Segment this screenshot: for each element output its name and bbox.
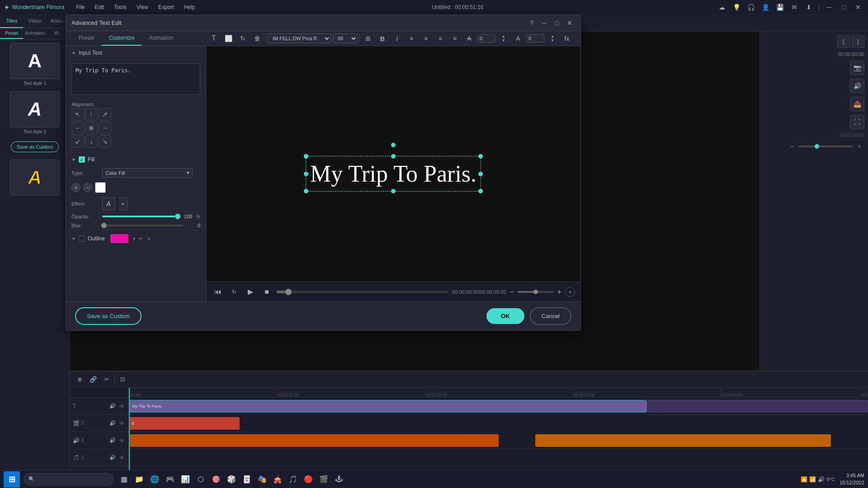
text-clip-extra[interactable] [646, 400, 868, 413]
add-track-btn[interactable]: + [565, 287, 575, 297]
effect-dropdown-btn[interactable]: ▾ [118, 197, 127, 210]
menu-edit[interactable]: Edit [90, 2, 109, 12]
save-as-custom-button-sidebar[interactable]: Save as Custom [11, 141, 59, 152]
code-open-btn[interactable]: { [837, 35, 850, 48]
progress-bar[interactable] [277, 291, 448, 293]
preview-text-container[interactable]: My Trip To Paris. [310, 160, 476, 187]
font-selector[interactable]: IM FELL DW Pica R [268, 33, 331, 43]
track1-eye-btn[interactable]: 👁 [118, 402, 126, 410]
track4-vol-btn[interactable]: 🔊 [108, 454, 117, 462]
skip-back-btn[interactable]: ⏮ [212, 286, 224, 298]
align-tc-btn[interactable]: ↑ [85, 108, 98, 121]
save-icon[interactable]: 💾 [774, 2, 786, 12]
bold-btn[interactable]: B [376, 32, 389, 45]
track3-vol-btn[interactable]: 🔊 [108, 436, 117, 445]
track1-vol-btn[interactable]: 🔊 [108, 402, 117, 410]
avatar-icon[interactable]: 👤 [759, 2, 772, 12]
blur-slider[interactable] [102, 225, 183, 226]
type-select[interactable]: Color Fill ▾ [102, 168, 193, 178]
grid-measure-btn[interactable]: ⊞ [362, 32, 374, 45]
zoom-in-icon[interactable]: + [854, 141, 864, 151]
color-swatch[interactable] [95, 182, 106, 193]
menu-help[interactable]: Help [179, 2, 200, 12]
tab-titles[interactable]: Titles [0, 14, 23, 28]
tl-scissors-btn[interactable]: ✂ [101, 374, 113, 385]
zoom-in-btn[interactable]: + [557, 288, 561, 296]
rotate-btn[interactable]: ↻ [236, 32, 249, 45]
font-size-selector[interactable]: 68 [333, 33, 358, 43]
handle-mid-right[interactable] [478, 172, 483, 176]
strikethrough-btn[interactable]: A [463, 32, 476, 45]
app11-btn[interactable]: 🎬 [317, 473, 330, 486]
app1-btn[interactable]: 🎮 [164, 473, 176, 486]
outline-header[interactable]: ▼ Outline ▾ ✏ + [66, 230, 206, 247]
align-center-btn[interactable]: ≡ [420, 32, 432, 45]
align-mr-btn[interactable]: → [99, 122, 111, 134]
tab-animation[interactable]: Animation [142, 31, 180, 46]
track2-vol-btn[interactable]: 🔊 [108, 419, 117, 427]
dialog-maximize-btn[interactable]: □ [552, 18, 562, 28]
transform-btn[interactable]: ⬜ [222, 32, 235, 45]
zoom-out-icon[interactable]: − [787, 141, 797, 151]
tray-icon-1[interactable]: 🔼 [801, 476, 807, 483]
handle-bot-right[interactable] [478, 189, 483, 193]
explorer-btn[interactable]: 📁 [133, 473, 146, 486]
dialog-close-btn[interactable]: ✕ [564, 18, 575, 28]
app6-btn[interactable]: 🃏 [241, 473, 253, 486]
cancel-button[interactable]: Cancel [530, 307, 571, 325]
screenshot-btn[interactable]: 📷 [850, 61, 864, 75]
menu-export[interactable]: Export [154, 2, 179, 12]
opacity-slider[interactable] [102, 216, 175, 217]
track3-eye-btn[interactable]: 👁 [118, 436, 126, 445]
align-bc-btn[interactable]: ↓ [85, 135, 98, 148]
sub-tab-preset[interactable]: Preset [0, 28, 23, 39]
tab-customize[interactable]: Customize [102, 31, 142, 46]
dialog-help-btn[interactable]: ? [526, 18, 537, 28]
spacing-up-btn[interactable]: ▲▼ [497, 32, 510, 45]
handle-bot-left[interactable] [304, 189, 308, 193]
audio-clip2[interactable] [535, 434, 831, 447]
headset-icon[interactable]: 🎧 [745, 2, 757, 12]
tray-network[interactable]: 📶 [809, 476, 816, 483]
handle-bot-center[interactable] [391, 189, 396, 193]
text-tool-btn[interactable]: T [208, 32, 220, 45]
app9-btn[interactable]: 🎵 [287, 473, 299, 486]
stop-btn[interactable]: ■ [260, 286, 273, 298]
app10-btn[interactable]: 🔴 [302, 473, 315, 486]
fullscreen-btn[interactable]: ⛶ [850, 115, 864, 129]
text-effects-btn[interactable]: fx [561, 32, 573, 45]
export-btn[interactable]: 📤 [850, 97, 864, 111]
zoom-track[interactable] [798, 145, 853, 147]
line-spacing-input[interactable] [526, 34, 544, 42]
text-clip-main[interactable]: My Trip To Paris. [129, 400, 646, 413]
handle-top-left[interactable] [304, 154, 308, 159]
app5-btn[interactable]: 🎲 [225, 473, 238, 486]
mail-icon[interactable]: ✉ [788, 2, 801, 12]
outline-color-swatch[interactable] [110, 234, 128, 243]
save-as-custom-button[interactable]: Save as Custom [75, 307, 142, 325]
zoom-out-btn[interactable]: − [509, 288, 514, 296]
delete-btn[interactable]: 🗑 [251, 32, 264, 45]
track4-eye-btn[interactable]: 👁 [118, 454, 126, 462]
play-btn[interactable]: ▶ [244, 286, 257, 298]
sub-tab-animation[interactable]: Animation [23, 28, 47, 39]
outline-edit-btn[interactable]: ✏ [139, 236, 142, 241]
start-button[interactable]: ⊞ [4, 471, 20, 488]
code-close-btn[interactable]: } [852, 35, 864, 48]
italic-btn[interactable]: I [391, 32, 403, 45]
effect-a-btn[interactable]: A [102, 197, 115, 210]
align-tl-btn[interactable]: ↖ [71, 108, 84, 121]
app7-btn[interactable]: 🎭 [256, 473, 269, 486]
dialog-minimize-btn[interactable]: ─ [539, 18, 550, 28]
align-right-btn[interactable]: ≡ [434, 32, 447, 45]
audio-clip[interactable] [129, 434, 499, 447]
align-left-btn[interactable]: ≡ [405, 32, 418, 45]
app4-btn[interactable]: 🎯 [210, 473, 222, 486]
app12-btn[interactable]: 🕹 [333, 473, 345, 486]
download-icon[interactable]: ⬇ [802, 2, 815, 12]
line-spacing-btn[interactable]: ▲▼ [546, 32, 559, 45]
fill-header[interactable]: ▼ ✓ Fill [66, 153, 206, 166]
align-mc-btn[interactable]: ⊕ [85, 122, 98, 134]
cloud-icon[interactable]: ☁ [716, 2, 728, 12]
menu-file[interactable]: File [71, 2, 89, 12]
